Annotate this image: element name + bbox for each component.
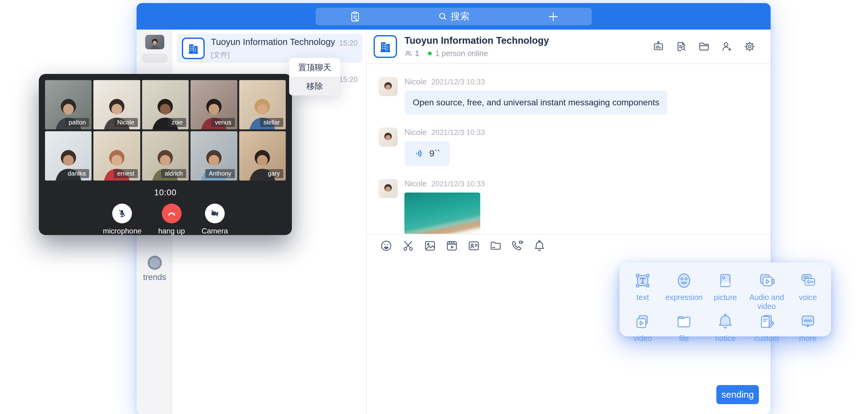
member-count: 1 [415, 49, 419, 58]
sender-name: Nicole [404, 179, 427, 189]
avatar[interactable] [378, 77, 398, 96]
attach-item-notice[interactable]: notice [715, 311, 736, 343]
attach-item-text[interactable]: text [633, 270, 652, 311]
message-toolbar [367, 234, 771, 257]
picture-icon[interactable] [423, 239, 437, 253]
chat-time: 15:20 [339, 75, 358, 84]
video-tile: aldrich [142, 131, 189, 181]
camera-button[interactable]: Camera [202, 203, 228, 235]
group-building-icon [374, 35, 397, 58]
trends-icon [148, 256, 162, 270]
video-tile: venus [190, 80, 237, 129]
attach-item-picture[interactable]: picture [714, 270, 737, 311]
noticeboard-icon[interactable] [652, 40, 665, 53]
video-call-icon[interactable] [510, 239, 525, 253]
participant-name: aldrich [161, 169, 186, 178]
participant-name: zoie [168, 118, 186, 127]
voice-bubble[interactable]: 9`` [404, 141, 450, 166]
more-panel-icon [798, 311, 817, 331]
topbar: 搜索 [136, 3, 771, 30]
attach-item-file[interactable]: file [675, 311, 693, 343]
members-icon [404, 49, 413, 58]
chat-title: Tuoyun Information Technology [211, 37, 339, 47]
contacts-icon[interactable] [349, 10, 361, 24]
message-list: Nicole 2021/12/3 10:33 Open source, free… [367, 64, 771, 234]
audio-video-icon [746, 270, 787, 290]
video-tile: Nicole [93, 80, 140, 129]
participant-name: stellar [260, 118, 283, 127]
plus-icon[interactable] [547, 10, 560, 24]
chat-header: Tuoyun Information Technology 1 1 person… [367, 30, 771, 64]
folder-icon[interactable] [697, 40, 711, 53]
camera-off-icon [205, 203, 225, 223]
participant-name: patton [65, 118, 89, 127]
image-message-beach[interactable] [404, 193, 480, 234]
doc-search-icon[interactable] [675, 40, 688, 53]
message-text: Nicole 2021/12/3 10:33 Open source, free… [378, 77, 771, 115]
group-building-icon [182, 38, 205, 59]
participant-name: Nicole [114, 118, 138, 127]
participant-name: venus [212, 118, 235, 127]
mic-off-icon [112, 203, 132, 223]
attach-item-more[interactable]: more [798, 311, 817, 343]
folder-icon[interactable] [489, 239, 503, 253]
video-grid: patton Nicole zoie venus stellar danika … [45, 80, 286, 181]
sidebar-item-trends[interactable]: trends [136, 256, 173, 282]
menu-item-remove[interactable]: 移除 [289, 77, 340, 95]
attach-item-video[interactable]: video [633, 311, 652, 343]
screenshot-icon[interactable] [401, 239, 415, 253]
video-panel-icon [633, 311, 652, 331]
message-time: 2021/12/3 10:33 [431, 77, 485, 86]
hang-up-icon [162, 203, 182, 223]
text-bubble[interactable]: Open source, free, and universal instant… [404, 91, 668, 115]
attach-item-custom[interactable]: custom [754, 311, 779, 343]
emoji-icon[interactable] [379, 239, 393, 253]
send-button[interactable]: sending [716, 385, 759, 404]
avatar[interactable] [378, 128, 398, 147]
search-bar[interactable]: 搜索 [316, 8, 592, 25]
gear-icon[interactable] [743, 40, 756, 53]
hang-up-button[interactable]: hang up [158, 203, 185, 235]
chat-time: 15:20 [339, 39, 358, 47]
video-icon[interactable] [445, 239, 459, 253]
video-tile: gary [239, 131, 286, 181]
participant-name: Anthony [205, 169, 235, 178]
contact-card-icon[interactable] [467, 239, 481, 253]
attach-item-voice[interactable]: voice [798, 270, 817, 311]
online-dot [428, 52, 432, 56]
sender-name: Nicole [404, 128, 427, 137]
user-avatar[interactable] [145, 35, 164, 49]
participant-name: ernest [114, 169, 138, 178]
attachment-panel: text expression picture [620, 262, 831, 337]
video-tile: danika [45, 131, 92, 181]
microphone-button[interactable]: microphone [103, 203, 142, 235]
message-time: 2021/12/3 10:33 [431, 128, 485, 137]
message-image: Nicole 2021/12/3 10:33 [378, 179, 771, 234]
custom-panel-icon [754, 311, 779, 331]
text-icon [633, 270, 652, 290]
online-status: 1 person online [435, 49, 488, 58]
search-icon [438, 11, 447, 21]
video-tile: ernest [93, 131, 140, 181]
message-voice: Nicole 2021/12/3 10:33 9`` [378, 128, 771, 166]
search-placeholder: 搜索 [451, 10, 470, 23]
avatar[interactable] [378, 179, 398, 198]
file-panel-icon [675, 311, 693, 331]
page: 搜索 trends [0, 0, 868, 414]
video-tile: Anthony [190, 131, 237, 181]
picture-panel-icon [714, 270, 737, 290]
voice-wave-icon [414, 149, 425, 159]
participant-name: gary [265, 169, 283, 178]
participant-name: danika [64, 169, 89, 178]
video-call-overlay: patton Nicole zoie venus stellar danika … [39, 74, 292, 235]
expression-icon [665, 270, 703, 290]
user-add-icon[interactable] [720, 40, 734, 53]
nav-item-highlight [142, 54, 168, 63]
attach-item-audio-video[interactable]: Audio and video [746, 270, 787, 311]
message-time: 2021/12/3 10:33 [431, 180, 485, 188]
menu-item-pin-chat[interactable]: 置顶聊天 [289, 58, 340, 77]
attach-item-expression[interactable]: expression [665, 270, 703, 311]
notice-icon[interactable] [532, 239, 547, 253]
video-tile: patton [45, 80, 92, 129]
video-tile: zoie [142, 80, 189, 129]
